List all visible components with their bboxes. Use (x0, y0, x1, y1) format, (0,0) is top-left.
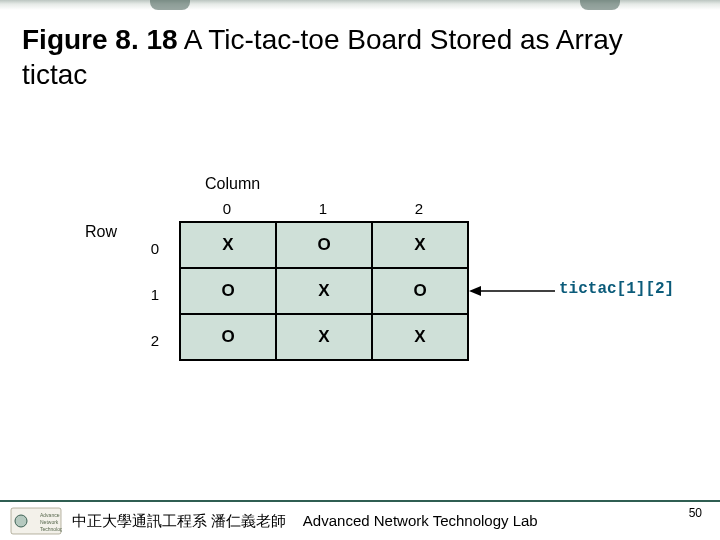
cell-1-1: X (276, 268, 372, 314)
col-index: 1 (275, 200, 371, 217)
column-indices: 0 1 2 (179, 200, 467, 217)
slide-top-decoration (0, 0, 720, 10)
slide-footer: Advance Network Technology 中正大學通訊工程系 潘仁義… (0, 500, 720, 540)
cell-2-1: X (276, 314, 372, 360)
svg-text:Network: Network (40, 519, 59, 525)
row-index: 1 (145, 271, 165, 317)
tictactoe-grid: X O X O X O O X X (179, 221, 469, 361)
cell-0-0: X (180, 222, 276, 268)
col-index: 0 (179, 200, 275, 217)
array-access-annotation: tictac[1][2] (559, 280, 674, 298)
annotation-arrow-icon (467, 221, 567, 359)
row-index: 0 (145, 225, 165, 271)
column-axis-label: Column (205, 175, 260, 193)
row-index: 2 (145, 317, 165, 363)
footer-en: Advanced Network Technology Lab (303, 512, 538, 529)
cell-0-1: O (276, 222, 372, 268)
cell-2-0: O (180, 314, 276, 360)
row-axis-label: Row (85, 223, 117, 241)
cell-1-0: O (180, 268, 276, 314)
svg-text:Advance: Advance (40, 512, 60, 518)
footer-zh: 中正大學通訊工程系 潘仁義老師 (72, 512, 286, 529)
row-indices: 0 1 2 (145, 225, 165, 363)
cell-0-2: X (372, 222, 468, 268)
svg-point-3 (15, 515, 27, 527)
page-number: 50 (689, 506, 702, 520)
cell-2-2: X (372, 314, 468, 360)
col-index: 2 (371, 200, 467, 217)
slide-title: Figure 8. 18 A Tic-tac-toe Board Stored … (22, 22, 690, 92)
footer-text: 中正大學通訊工程系 潘仁義老師 Advanced Network Technol… (72, 512, 538, 531)
svg-marker-1 (469, 286, 481, 296)
figure-label: Figure 8. 18 (22, 24, 178, 55)
lab-logo-icon: Advance Network Technology (6, 506, 66, 536)
svg-text:Technology: Technology (40, 526, 62, 532)
cell-1-2: O (372, 268, 468, 314)
